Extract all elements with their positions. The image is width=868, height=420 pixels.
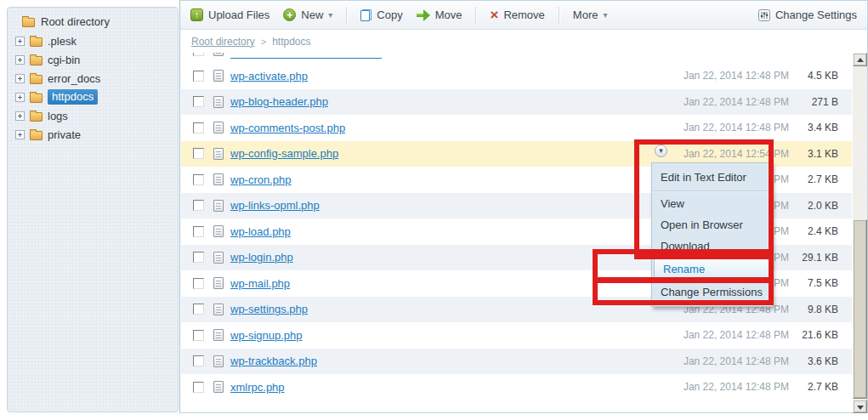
menu-item-change-permissions[interactable]: Change Permissions [652,281,772,303]
checkbox[interactable] [193,71,204,82]
file-link[interactable]: wp-links-opml.php [230,199,320,212]
file-size: 2.0 KB [789,200,838,212]
file-link[interactable]: wp-signup.php [230,329,303,342]
plus-glyph: + [286,10,292,20]
file-link[interactable]: wp-settings.php [230,303,308,315]
checkbox[interactable] [193,226,204,237]
file-row: wp-activate.phpJan 22, 2014 12:48 PM4.5 … [181,63,852,89]
scrollbar-thumb[interactable] [853,219,867,399]
file-link[interactable]: wp-load.php [230,225,291,238]
scrollbar-up-button[interactable] [853,53,867,66]
menu-item-download[interactable]: Download [652,236,772,257]
more-button[interactable]: More ▾ [573,9,608,21]
file-link[interactable]: xmlrpc.php [230,381,285,394]
menu-item-view[interactable]: View [652,193,772,214]
checkbox[interactable] [193,122,204,133]
sidebar-item-label: error_docs [48,72,100,85]
sidebar-item-logs[interactable]: logs [8,106,178,125]
file-link[interactable]: wp-trackback.php [230,355,317,367]
file-context-menu: Edit in Text EditorViewOpen in BrowserDo… [651,162,773,307]
sidebar-item-plesk[interactable]: .plesk [8,31,178,50]
upload-files-label: Upload Files [208,9,269,21]
checkbox[interactable] [193,278,204,289]
expander-plus-icon[interactable] [15,93,25,102]
checkbox[interactable] [193,330,204,341]
file-icon [213,381,224,393]
expander-plus-icon[interactable] [15,55,25,65]
breadcrumb-root-link[interactable]: Root directory [191,36,255,48]
checkbox[interactable] [193,355,204,366]
file-icon [213,53,224,56]
file-icon [213,70,224,82]
chevron-down-icon: ▾ [659,147,663,155]
checkbox[interactable] [193,382,204,393]
file-size: 9.8 KB [789,304,838,315]
file-icon [213,96,224,108]
move-label: Move [435,9,462,21]
menu-item-rename[interactable]: Rename [654,258,770,281]
expander-plus-icon[interactable] [15,74,25,83]
file-size: 29.1 KB [789,252,838,264]
sidebar-item-private[interactable]: private [8,125,178,144]
expander-plus-icon[interactable] [15,111,25,121]
checkbox[interactable] [193,53,204,56]
checkbox[interactable] [193,174,204,185]
file-size: 2.7 KB [789,173,838,185]
copy-button[interactable]: Copy [360,9,402,21]
file-row: xmlrpc.phpJan 22, 2014 12:48 PM2.7 KB [181,374,852,400]
menu-item-open-in-browser[interactable]: Open in Browser [652,214,772,236]
upload-files-button[interactable]: ↑ Upload Files [190,9,269,21]
row-actions-dropdown-button[interactable]: ▾ [655,145,667,157]
file-link[interactable]: wp-activate.php [230,70,308,82]
sidebar-item-cgi-bin[interactable]: cgi-bin [8,50,178,69]
file-link[interactable]: wp-mail.php [230,277,290,290]
folder-icon [30,94,43,103]
copy-label: Copy [377,9,402,21]
checkbox[interactable] [193,252,204,263]
checkbox[interactable] [193,200,204,211]
chevron-down-icon: ▾ [603,11,607,20]
expander-plus-icon[interactable] [15,37,25,46]
checkbox[interactable] [193,148,204,159]
sidebar-item-label: logs [48,110,68,122]
menu-item-edit-in-text-editor[interactable]: Edit in Text Editor [652,167,772,188]
checkbox[interactable] [193,96,204,107]
move-arrow-icon [417,9,430,21]
file-icon [213,225,224,237]
remove-button[interactable]: × Remove [490,9,544,21]
toolbar-separator [559,7,559,24]
folder-icon [30,131,43,140]
change-settings-button[interactable]: Change Settings [758,9,857,21]
sidebar-item-label: httpdocs [48,89,98,105]
file-icon [213,355,224,367]
file-icon [213,200,224,212]
new-button[interactable]: + New ▾ [283,9,332,21]
file-link[interactable]: wp-comments-post.php [230,122,345,134]
toolbar: ↑ Upload Files + New ▾ Copy Move × Remov… [180,1,867,30]
directory-tree-sidebar: Root directory .pleskcgi-binerror_docsht… [7,7,179,412]
sidebar-item-error-docs[interactable]: error_docs [8,69,178,88]
file-manager-main-panel: ↑ Upload Files + New ▾ Copy Move × Remov… [179,0,868,413]
upload-arrow-glyph: ↑ [195,10,200,20]
copy-icon [360,9,372,21]
vertical-scrollbar[interactable] [853,53,867,413]
sidebar-item-httpdocs[interactable]: httpdocs [8,88,178,106]
file-row-clipped [181,53,852,63]
file-link[interactable]: wp-cron.php [230,173,292,186]
file-icon [213,122,224,133]
file-size: 2.7 KB [789,381,838,393]
checkbox[interactable] [193,304,204,315]
file-size: 3.6 KB [789,355,838,367]
move-button[interactable]: Move [417,9,462,21]
scrollbar-down-button[interactable] [853,400,867,413]
file-link[interactable]: wp-login.php [230,251,293,264]
file-modified-date: Jan 22, 2014 12:54 PM [661,148,789,160]
sidebar-item-root-directory[interactable]: Root directory [8,8,178,31]
file-link[interactable]: wp-blog-header.php [230,95,328,108]
file-link[interactable]: wp-config-sample.php [230,147,338,160]
file-size: 4.5 KB [789,70,838,82]
file-size: 21.6 KB [789,329,838,341]
settings-sliders-icon [758,9,770,21]
file-size: 3.1 KB [789,148,838,160]
expander-plus-icon[interactable] [15,130,25,139]
